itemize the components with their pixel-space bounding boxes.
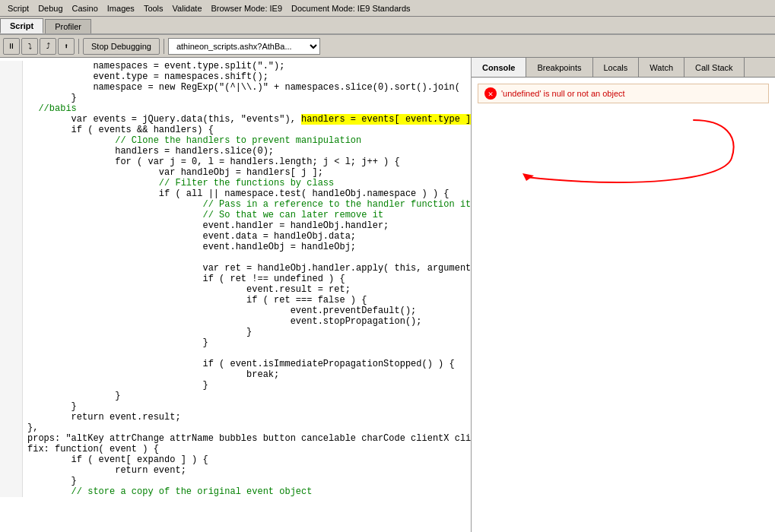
line-code: handlers = handlers.slice(0); xyxy=(23,146,274,157)
tab-locals[interactable]: Locals xyxy=(593,58,640,77)
line-number xyxy=(0,337,23,348)
line-code: // Filter the functions by class xyxy=(23,178,334,188)
tab-script[interactable]: Script xyxy=(0,18,43,33)
code-line: event.stopPropagation(); xyxy=(0,316,471,327)
line-number xyxy=(0,146,23,157)
line-code: if ( events && handlers) { xyxy=(23,125,214,135)
line-code: break; xyxy=(23,369,279,380)
menu-bar: Script Debug Casino Images Tools Validat… xyxy=(0,0,775,17)
line-code: // So that we can later remove it xyxy=(23,210,383,220)
line-code: } xyxy=(23,93,77,103)
step-over-btn[interactable]: ⤵ xyxy=(21,38,38,55)
menu-images[interactable]: Images xyxy=(103,2,139,14)
stop-debugging-button[interactable]: Stop Debugging xyxy=(83,38,160,55)
separator1 xyxy=(78,39,79,54)
code-line: if ( all || namespace.test( handleObj.na… xyxy=(0,188,471,199)
code-line: // Filter the functions by class xyxy=(0,178,471,188)
right-panel: Console Breakpoints Locals Watch Call St… xyxy=(472,58,775,532)
line-number xyxy=(0,125,23,135)
line-code: event.type = namespaces.shift(); xyxy=(23,71,268,82)
line-code: event.preventDefault(); xyxy=(23,306,416,316)
line-code: } xyxy=(23,327,252,337)
menu-document-mode[interactable]: Document Mode: IE9 Standards xyxy=(287,2,415,14)
line-number xyxy=(0,465,23,476)
line-number xyxy=(0,401,23,412)
code-line: } xyxy=(0,93,471,103)
tab-breakpoints[interactable]: Breakpoints xyxy=(526,58,592,77)
menu-debug[interactable]: Debug xyxy=(33,2,67,14)
code-line: // So that we can later remove it xyxy=(0,210,471,220)
line-number xyxy=(0,220,23,231)
file-selector[interactable]: athineon_scripts.ashx?AthBa... xyxy=(168,38,320,55)
line-number xyxy=(0,423,23,433)
line-number xyxy=(0,242,23,252)
code-line: } xyxy=(0,391,471,401)
code-editor[interactable]: namespaces = event.type.split("."); even… xyxy=(0,58,471,532)
line-code: if ( event[ expando ] ) { xyxy=(23,454,208,465)
line-number xyxy=(0,476,23,486)
code-line: var handleObj = handlers[ j ]; xyxy=(0,167,471,178)
line-number xyxy=(0,231,23,242)
line-number xyxy=(0,284,23,295)
code-line: event.handleObj = handleObj; xyxy=(0,242,471,252)
line-code: for ( var j = 0, l = handlers.length; j … xyxy=(23,157,400,167)
line-code: var handleObj = handlers[ j ]; xyxy=(23,167,323,178)
code-line: event.handler = handleObj.handler; xyxy=(0,220,471,231)
line-code: } xyxy=(23,380,208,391)
line-number xyxy=(0,252,23,263)
code-line: // Clone the handlers to prevent manipul… xyxy=(0,135,471,146)
line-number xyxy=(0,114,23,125)
right-tab-bar: Console Breakpoints Locals Watch Call St… xyxy=(472,58,775,78)
line-code: event.data = handleObj.data; xyxy=(23,231,356,242)
arrow-svg xyxy=(481,112,747,204)
line-code: event.result = ret; xyxy=(23,284,351,295)
line-code: if ( event.isImmediatePropagationStopped… xyxy=(23,359,455,369)
line-number xyxy=(0,274,23,284)
code-line: if ( event[ expando ] ) { xyxy=(0,454,471,465)
line-code: // Clone the handlers to prevent manipul… xyxy=(23,135,361,146)
line-number xyxy=(0,103,23,114)
tab-callstack[interactable]: Call Stack xyxy=(684,58,745,77)
menu-validate[interactable]: Validate xyxy=(168,2,207,14)
line-number xyxy=(0,369,23,380)
step-into-btn[interactable]: ⤴ xyxy=(40,38,56,55)
line-code: event.handleObj = handleObj; xyxy=(23,242,356,252)
line-number xyxy=(0,444,23,454)
line-number xyxy=(0,71,23,82)
line-code: }, xyxy=(23,423,38,433)
pause-btn[interactable]: ⏸ xyxy=(3,38,20,55)
code-line: namespaces = event.type.split("."); xyxy=(0,61,471,71)
line-code: namespace = new RegExp("(^|\\.)" + names… xyxy=(23,82,460,93)
code-line: namespace = new RegExp("(^|\\.)" + names… xyxy=(0,82,471,93)
code-line: } xyxy=(0,337,471,348)
menu-script[interactable]: Script xyxy=(3,2,33,14)
code-line: }, xyxy=(0,423,471,433)
code-line: return event; xyxy=(0,465,471,476)
code-line: event.result = ret; xyxy=(0,284,471,295)
line-number xyxy=(0,82,23,93)
line-number xyxy=(0,306,23,316)
code-line xyxy=(0,348,471,359)
toolbar: ⏸ ⤵ ⤴ ⬆ Stop Debugging athineon_scripts.… xyxy=(0,35,775,58)
menu-tools[interactable]: Tools xyxy=(139,2,168,14)
line-number xyxy=(0,380,23,391)
code-line: // store a copy of the original event ob… xyxy=(0,486,471,497)
line-code: } xyxy=(23,401,77,412)
line-number xyxy=(0,178,23,188)
code-line: } xyxy=(0,380,471,391)
menu-browser-mode[interactable]: Browser Mode: IE9 xyxy=(207,2,287,14)
line-number xyxy=(0,61,23,71)
step-out-btn[interactable]: ⬆ xyxy=(58,38,75,55)
line-code: if ( ret === false ) { xyxy=(23,295,367,306)
tab-console[interactable]: Console xyxy=(472,58,526,77)
tab-watch[interactable]: Watch xyxy=(639,58,684,77)
menu-casino[interactable]: Casino xyxy=(68,2,103,14)
tab-profiler[interactable]: Profiler xyxy=(45,19,91,33)
code-line: if ( ret === false ) { xyxy=(0,295,471,306)
line-code: //babis xyxy=(23,103,77,114)
code-line: event.preventDefault(); xyxy=(0,306,471,316)
line-number xyxy=(0,167,23,178)
code-line: //babis xyxy=(0,103,471,114)
line-number xyxy=(0,359,23,369)
line-number xyxy=(0,263,23,274)
